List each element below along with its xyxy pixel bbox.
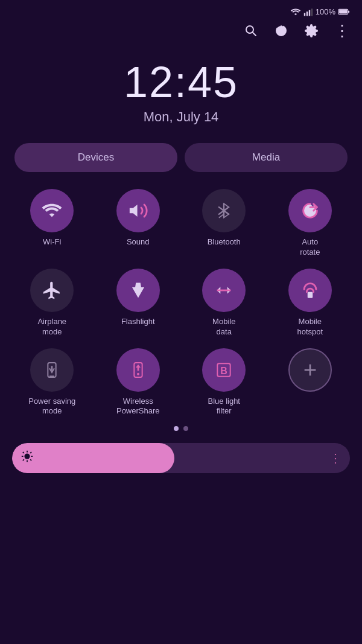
flashlight-toggle-circle	[116, 269, 160, 312]
toggle-airplane[interactable]: Airplanemode	[12, 269, 92, 337]
dot-inactive	[183, 426, 188, 431]
bluetooth-toggle-circle	[202, 189, 246, 232]
wifi-status-icon	[290, 8, 301, 16]
svg-line-28	[23, 452, 24, 453]
hotspot-toggle-circle	[288, 269, 332, 312]
toggle-flashlight[interactable]: Flashlight	[98, 269, 179, 337]
battery-icon	[338, 8, 350, 16]
toggle-hotspot[interactable]: Mobilehotspot	[270, 269, 351, 337]
page-dots	[0, 426, 362, 431]
svg-line-31	[30, 452, 31, 453]
toggle-add[interactable]	[270, 348, 351, 417]
bluelight-toggle-circle: B	[202, 348, 246, 392]
devices-tab[interactable]: Devices	[14, 143, 177, 172]
toggle-mobiledata[interactable]: Mobiledata	[184, 269, 264, 337]
svg-rect-1	[306, 11, 308, 16]
flashlight-label: Flashlight	[121, 317, 155, 327]
brightness-more-button[interactable]: ⋮	[329, 451, 341, 465]
mobiledata-toggle-circle	[202, 269, 246, 312]
bluetooth-label: Bluetooth	[208, 237, 241, 247]
toggle-wifi[interactable]: Wi-Fi	[12, 189, 92, 258]
add-toggle-circle	[288, 348, 332, 392]
toggle-bluelight[interactable]: B Blue lightfilter	[184, 348, 264, 417]
toggle-powersaving[interactable]: Power savingmode	[12, 348, 92, 417]
svg-line-29	[30, 460, 31, 461]
svg-line-8	[253, 33, 256, 36]
svg-rect-5	[348, 11, 350, 13]
sound-toggle-circle	[116, 189, 160, 232]
mobiledata-label: Mobiledata	[212, 317, 235, 337]
clock-time: 12:45	[124, 57, 238, 107]
settings-button[interactable]	[303, 22, 320, 39]
clock-section: 12:45 Mon, July 14	[0, 45, 362, 143]
bluelight-label: Blue lightfilter	[208, 397, 240, 417]
clock-date: Mon, July 14	[144, 109, 219, 125]
svg-point-18	[137, 372, 139, 375]
power-button[interactable]	[273, 22, 290, 39]
hotspot-label: Mobilehotspot	[297, 317, 323, 337]
status-bar: 100%	[0, 0, 362, 19]
toggle-wireless[interactable]: WirelessPowerShare	[98, 348, 179, 417]
svg-point-23	[24, 454, 30, 459]
battery-label: 100%	[316, 7, 335, 16]
wireless-label: WirelessPowerShare	[116, 397, 160, 417]
powersaving-label: Power savingmode	[28, 397, 75, 417]
wifi-toggle-circle	[30, 189, 74, 232]
svg-rect-3	[311, 8, 313, 16]
svg-rect-2	[309, 10, 310, 16]
toggle-bluetooth[interactable]: Bluetooth	[184, 189, 264, 258]
signal-icon	[303, 8, 313, 16]
wifi-label: Wi-Fi	[43, 237, 61, 247]
status-icons: 100%	[290, 7, 350, 16]
airplane-toggle-circle	[30, 269, 74, 312]
search-button[interactable]	[243, 22, 259, 39]
toggles-grid: Wi-Fi Sound Bluetooth Autorotate Airplan…	[0, 189, 362, 416]
autorotate-label: Autorotate	[300, 237, 320, 258]
toggle-autorotate[interactable]: Autorotate	[270, 189, 351, 258]
svg-rect-0	[304, 13, 305, 16]
svg-rect-13	[308, 292, 313, 298]
svg-rect-6	[339, 10, 347, 14]
wireless-toggle-circle	[116, 348, 160, 392]
quick-actions-bar: ⋮	[0, 19, 362, 45]
media-tab[interactable]: Media	[185, 143, 348, 172]
brightness-icon	[21, 450, 34, 467]
dot-active	[174, 426, 179, 431]
powersaving-toggle-circle	[30, 348, 74, 392]
autorotate-toggle-circle	[288, 189, 332, 232]
sound-label: Sound	[127, 237, 150, 247]
airplane-label: Airplanemode	[37, 317, 66, 337]
svg-text:B: B	[220, 365, 227, 375]
tab-bar: Devices Media	[0, 143, 362, 172]
more-button[interactable]: ⋮	[333, 22, 350, 39]
brightness-fill	[12, 443, 174, 473]
brightness-bar[interactable]: ⋮	[12, 443, 350, 473]
toggle-sound[interactable]: Sound	[98, 189, 179, 258]
svg-line-30	[23, 460, 24, 461]
